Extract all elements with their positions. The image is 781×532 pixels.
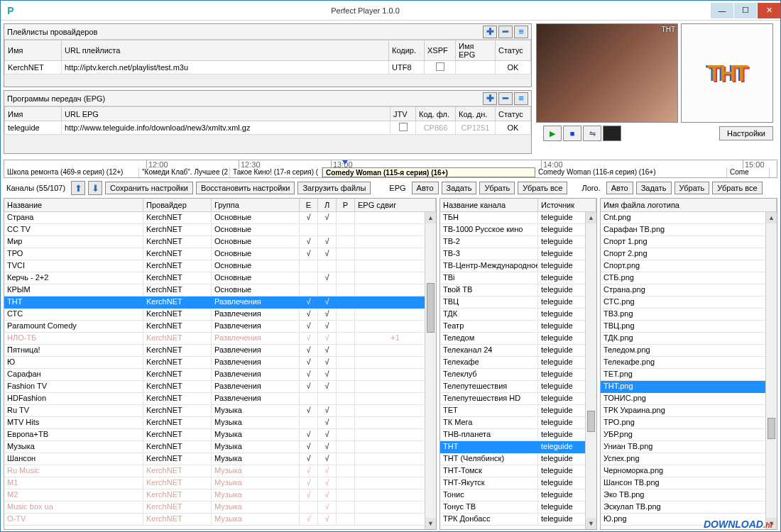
stop-button[interactable]: ■ [563,126,581,141]
col-shift[interactable]: EPG сдвиг [355,199,436,211]
logo-file-row[interactable]: ТВ3.png [601,309,777,321]
epg-timeline[interactable]: 12:00 12:30 13:00 14:00 15:00 Школа ремо… [4,160,777,178]
timeline-program[interactable]: Comedy Woman (115-я серия) (16+) [322,167,535,177]
logo-file-row[interactable]: Успех.png [601,453,777,465]
logo-file-row[interactable]: ТВЦ.png [601,321,777,333]
col-name[interactable]: Имя [5,107,62,121]
epg-menu-button[interactable]: ≡ [514,92,528,105]
col-chname[interactable]: Название канала [440,199,538,211]
logo-set-button[interactable]: Задать [636,182,672,194]
channel-row[interactable]: Paramount ComedyKerchNETРазвлечения√√ [4,321,436,333]
scroll-down-icon[interactable]: ▼ [586,518,596,529]
col-e[interactable]: E [300,199,318,211]
col-status[interactable]: Статус [496,107,531,121]
logo-file-row[interactable]: СТС.png [601,297,777,309]
channel-row[interactable]: Пятница!KerchNETРазвлечения√√ [4,345,436,357]
epg-channel-row[interactable]: ТДКteleguide [440,309,596,321]
timeline-program[interactable]: Такое Кино! (17-я серия) ( [230,167,322,177]
epg-channel-row[interactable]: ТЕТteleguide [440,405,596,417]
logo-file-row[interactable]: Спорт 2.png [601,248,777,260]
epg-channel-row[interactable]: Тонисteleguide [440,489,596,501]
col-codfl[interactable]: Код. фл. [416,107,456,121]
col-r[interactable]: Р [337,199,355,211]
epg-channel-row[interactable]: ТВ-2teleguide [440,236,596,248]
channel-row[interactable]: Fashion TVKerchNETРазвлечения√√ [4,381,436,393]
settings-button[interactable]: Настройки [719,126,773,140]
sync-button[interactable]: ⇋ [583,126,601,141]
col-provider[interactable]: Провайдер [143,199,212,211]
col-name[interactable]: Название [4,199,143,211]
scrollbar[interactable]: ▲ ▼ [585,212,596,529]
channel-row[interactable]: O-TVKerchNETМузыка√√ [4,514,436,526]
epg-channel-row[interactable]: ТНТ (Челябинск)teleguide [440,453,596,465]
logo-file-row[interactable]: ТРК Украина.png [601,405,777,417]
maximize-button[interactable]: ☐ [734,3,757,18]
providers-remove-button[interactable]: ━ [498,26,513,38]
epg-channel-row[interactable]: Телеканал 24teleguide [440,345,596,357]
scrollbar[interactable]: ▲ ▼ [765,212,777,529]
col-name[interactable]: Имя [5,40,62,61]
minimize-button[interactable]: — [711,3,733,18]
logo-file-row[interactable]: Эко ТВ.png [601,489,777,501]
logo-file-row[interactable]: Cnt.png [601,212,777,224]
epg-channel-row[interactable]: Театрteleguide [440,321,596,333]
col-source[interactable]: Источник [538,199,596,211]
providers-add-button[interactable]: ✚ [483,26,497,38]
epg-channel-row[interactable]: Телепутешествияteleguide [440,381,596,393]
channel-row[interactable]: Керчь - 2+2KerchNETОсновные√ [4,272,436,284]
epg-channel-row[interactable]: Теледомteleguide [440,333,596,345]
channel-row[interactable]: ШансонKerchNETМузыка√√ [4,453,436,465]
epg-channel-row[interactable]: ТВЦteleguide [440,297,596,309]
load-files-button[interactable]: Загрузить файлы [297,182,371,194]
col-group[interactable]: Группа [212,199,300,211]
epg-channel-row[interactable]: Телекафеteleguide [440,357,596,369]
epg-channel-row[interactable]: ТВ-Центр-Международноеteleguide [440,260,596,272]
epg-channel-row[interactable]: ТНТ-Якутскteleguide [440,477,596,489]
channel-row[interactable]: ТНТKerchNETРазвлечения√√ [4,297,436,309]
timeline-program[interactable]: Come [727,167,770,177]
col-epgname[interactable]: Имя EPG [456,40,496,61]
channel-row[interactable]: СТСKerchNETРазвлечения√√ [4,309,436,321]
logo-file-row[interactable]: Страна.png [601,284,777,297]
epg-channel-row[interactable]: ТВ-1000 Русское киноteleguide [440,224,596,236]
col-xspf[interactable]: XSPF [425,40,456,61]
timeline-program[interactable]: Школа ремонта (469-я серия) (12+) [4,167,139,177]
logo-file-row[interactable]: Телекафе.png [601,357,777,369]
logo-file-row[interactable]: Сарафан ТВ.png [601,224,777,236]
logo-file-row[interactable]: ТРО.png [601,417,777,429]
logo-file-row[interactable]: СТБ.png [601,272,777,284]
save-settings-button[interactable]: Сохранить настройки [105,182,193,194]
channel-row[interactable]: Ru MusicKerchNETМузыка√√ [4,465,436,477]
epg-channels-table[interactable]: Название канала Источник ТБНteleguideТВ-… [439,198,597,530]
col-url[interactable]: URL плейлиста [62,40,389,61]
providers-menu-button[interactable]: ≡ [514,26,528,38]
video-preview[interactable]: THT [536,23,678,123]
channel-row[interactable]: МирKerchNETОсновные√√ [4,236,436,248]
channel-row[interactable]: КРЫМKerchNETОсновные [4,284,436,297]
epg-channel-row[interactable]: Телепутешествия HDteleguide [440,393,596,405]
channel-row[interactable]: ЮKerchNETРазвлечения√√ [4,357,436,369]
col-jtv[interactable]: JTV [390,107,416,121]
col-l[interactable]: Л [318,199,337,211]
logo-file-row[interactable]: Черноморка.png [601,465,777,477]
scroll-up-icon[interactable]: ▲ [425,212,436,223]
timeline-program[interactable]: Comedy Woman (116-я серия) (16+) [535,167,727,177]
logo-file-row[interactable]: Теледом.png [601,345,777,357]
restore-settings-button[interactable]: Восстановить настройки [196,182,295,194]
epg-channel-row[interactable]: ТРК Донбассteleguide [440,514,596,526]
logo-file-row[interactable]: Шансон ТВ.png [601,477,777,489]
move-up-button[interactable]: ⬆ [71,181,85,195]
scroll-thumb[interactable] [768,418,775,439]
logo-file-row[interactable]: Спорт 1.png [601,236,777,248]
logo-file-row[interactable]: Эскулап ТВ.png [601,501,777,514]
col-coddn[interactable]: Код. дн. [456,107,496,121]
epg-channel-row[interactable]: Тонус ТВteleguide [440,501,596,514]
logo-remove-button[interactable]: Убрать [674,182,710,194]
providers-table[interactable]: Имя URL плейлиста Кодир. XSPF Имя EPG Ст… [4,40,531,74]
jtv-checkbox[interactable] [399,123,408,131]
epg-channel-row[interactable]: Твой ТВteleguide [440,284,596,297]
epg-removeall-button[interactable]: Убрать все [518,182,567,194]
epg-channel-row[interactable]: ТВ-3teleguide [440,248,596,260]
scroll-up-icon[interactable]: ▲ [766,212,777,223]
scroll-down-icon[interactable]: ▼ [425,518,436,529]
